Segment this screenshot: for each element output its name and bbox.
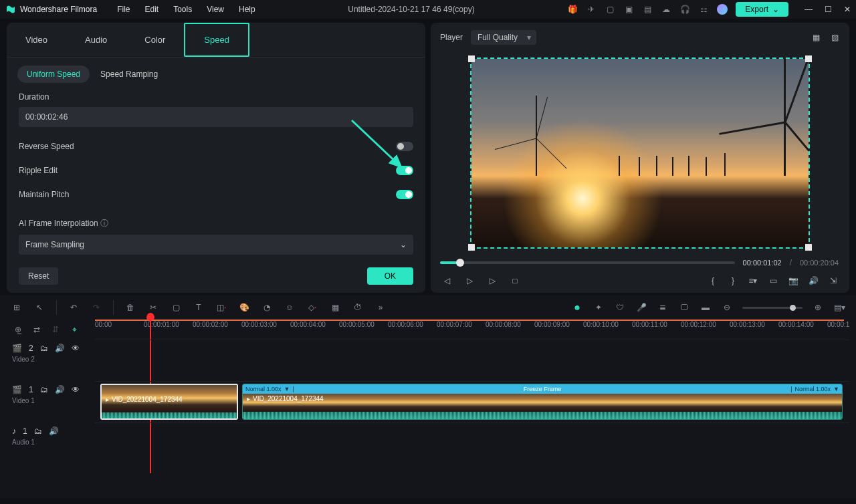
close-button[interactable]: ✕ [844,5,851,14]
last-arrow-icon[interactable]: ⇲ [828,275,839,286]
brace-open-icon[interactable]: { [708,275,718,286]
shield-icon[interactable]: 🛡 [614,301,626,313]
layout-3-icon[interactable]: ▤ [642,4,653,15]
keyframe-icon[interactable]: ◇• [306,301,318,313]
layout-2-icon[interactable]: ▣ [623,4,634,15]
play-icon[interactable]: ▷ [487,275,498,286]
track-lane-video1[interactable]: ▸VID_20221004_172344 Normal 1.00x▼| Free… [95,381,849,422]
zoom-in-icon[interactable]: ⊕ [812,301,824,313]
step-forward-icon[interactable]: ▷ [464,275,475,286]
menu-bar: File Edit Tools View Help [117,5,255,14]
layout-dropdown-icon[interactable]: ▤▾ [833,301,845,313]
duration-input[interactable] [19,107,413,127]
menu-view[interactable]: View [207,5,224,14]
menu-tools[interactable]: Tools [173,5,192,14]
color-icon[interactable]: 🎨 [238,301,250,313]
grid-tool-icon[interactable]: ▦ [329,301,341,313]
dropdown-icon[interactable]: ▼ [284,386,290,392]
zoom-slider[interactable] [742,307,802,309]
magnet-icon[interactable]: ⌖ [68,324,80,336]
reset-button[interactable]: Reset [19,267,58,285]
handle-bottom-left[interactable] [468,244,475,251]
zoom-out-icon[interactable]: ⊖ [721,301,733,313]
cursor-icon[interactable]: ↖ [33,301,45,313]
cloud-icon[interactable]: ☁ [661,4,671,15]
scale-icon[interactable]: ◫• [215,301,227,313]
display-icon[interactable]: ▭ [768,275,778,286]
timer-icon[interactable]: ⏱ [352,301,364,313]
smiley-icon[interactable]: ☺ [284,301,296,313]
player-controls: ◁ ▷ ▷ □ { } ≡▾ ▭ 📷 🔊 ⇲ [431,271,849,293]
text-icon[interactable]: T [193,301,205,313]
cut-icon[interactable]: ✂ [147,301,159,313]
monitor-icon[interactable]: 🖵 [678,301,690,313]
seek-bar[interactable] [440,261,735,264]
marker-icon[interactable]: ▬ [700,301,712,313]
ok-button[interactable]: OK [367,267,413,285]
track-header-video2[interactable]: 🎬2 🗂 🔊 👁 Video 2 [7,340,95,381]
maintain-pitch-toggle[interactable] [396,190,413,199]
sub-tab-uniform-speed[interactable]: Uniform Speed [17,66,90,83]
clip-1[interactable]: ▸VID_20221004_172344 [100,384,238,420]
tab-video[interactable]: Video [7,23,66,57]
undo-icon[interactable]: ↶ [68,301,80,313]
sparkle-icon[interactable]: ✦ [593,301,605,313]
menu-edit[interactable]: Edit [145,5,159,14]
add-track-icon[interactable]: ⊕̲ [12,324,24,336]
more-tools-icon[interactable]: » [374,301,387,313]
reverse-speed-toggle[interactable] [396,142,413,151]
volume-icon[interactable]: 🔊 [808,275,819,286]
help-icon[interactable]: ⓘ [100,219,108,228]
sub-tab-speed-ramping[interactable]: Speed Ramping [94,66,165,83]
speed-tool-icon[interactable]: ◔ [261,301,273,313]
apps-icon[interactable]: ⊞ [11,301,23,313]
player-quality-select[interactable]: Full Quality [471,30,536,45]
brace-close-icon[interactable]: } [728,275,738,286]
sync-icon[interactable]: ⇵ [49,324,62,336]
tab-audio[interactable]: Audio [66,23,126,57]
headphones-icon[interactable]: 🎧 [679,4,690,15]
mic-icon[interactable]: 🎤 [635,301,647,313]
track-area[interactable]: ✂ ▸VID_20221004_172344 Normal 1.00x▼| Fr… [95,340,849,452]
link-icon[interactable]: ⇄ [31,324,43,336]
clip-1-name: VID_20221004_172344 [112,396,183,403]
dropdown-icon[interactable]: ▼ [833,386,839,392]
ripple-edit-toggle[interactable] [396,166,413,175]
gift-icon[interactable]: 🎁 [567,4,578,15]
handle-bottom-right[interactable] [805,244,812,251]
grid-view-icon[interactable]: ▦ [811,32,821,43]
ai-frame-interpolation-select[interactable]: Frame Sampling ⌄ [19,235,413,255]
ai-icon[interactable]: ☻ [571,301,583,313]
settings-icon[interactable]: ⚏ [698,4,709,15]
handle-top-right[interactable] [805,55,812,62]
track-header-video1[interactable]: 🎬1 🗂 🔊 👁 Video 1 [7,381,95,422]
playhead-handle[interactable] [146,313,154,321]
stop-icon[interactable]: □ [510,275,520,286]
track-header-audio1[interactable]: ♪1 🗂 🔊 Audio 1 [7,422,95,452]
snapshot-icon[interactable]: 📷 [788,275,798,286]
redo-icon[interactable]: ↷ [90,301,102,313]
minimize-button[interactable]: — [805,5,813,14]
marker-list-icon[interactable]: ≡▾ [748,275,758,286]
menu-file[interactable]: File [117,5,130,14]
tab-color[interactable]: Color [126,23,184,57]
handle-top-left[interactable] [468,55,475,62]
menu-help[interactable]: Help [239,5,255,14]
track-lane-audio1[interactable] [95,422,849,452]
crop-icon[interactable]: ▢ [170,301,182,313]
clip-2[interactable]: Normal 1.00x▼| Freeze Frame |Normal 1.00… [242,384,843,420]
tab-speed[interactable]: Speed [184,23,249,57]
time-ruler[interactable]: 00:0000:00:01:0000:00:02:0000:00:03:0000… [95,320,849,340]
avatar-icon[interactable] [717,4,728,15]
delete-icon[interactable]: 🗑 [124,301,136,313]
prev-frame-icon[interactable]: ◁ [441,275,452,286]
track-lane-video2[interactable] [95,340,849,381]
ruler-row: ⊕̲ ⇄ ⇵ ⌖ 00:0000:00:01:0000:00:02:0000:0… [7,320,849,340]
layout-1-icon[interactable]: ▢ [605,4,615,15]
send-icon[interactable]: ✈ [586,4,597,15]
export-button[interactable]: Export ⌄ [736,2,788,17]
image-view-icon[interactable]: ▨ [829,32,840,43]
mixer-icon[interactable]: ≣ [657,301,669,313]
preview-frame[interactable] [470,57,810,249]
maximize-button[interactable]: ☐ [825,5,832,14]
